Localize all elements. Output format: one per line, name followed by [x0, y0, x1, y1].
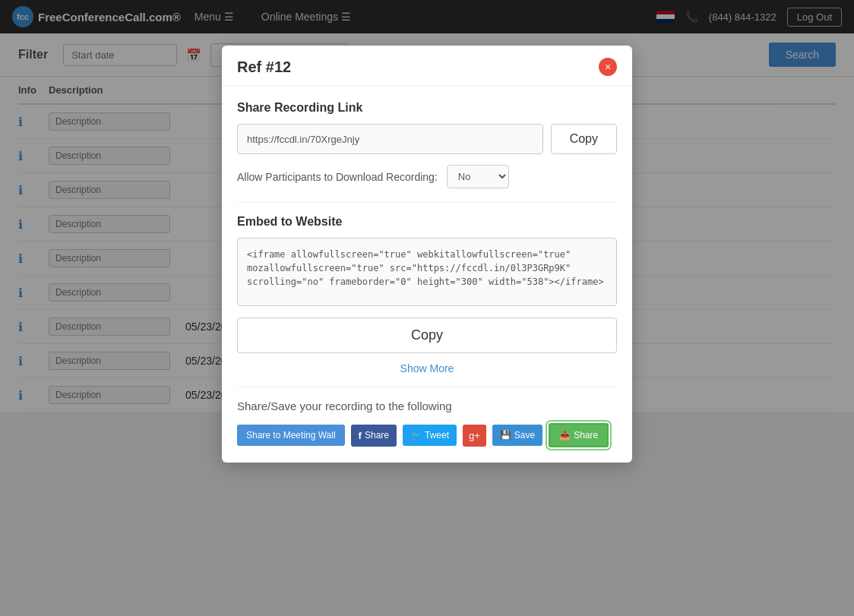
allow-download-row: Allow Participants to Download Recording…: [237, 165, 617, 188]
share-link-row: Copy: [237, 124, 617, 154]
modal-close-button[interactable]: ×: [599, 58, 617, 76]
modal-body: Share Recording Link Copy Allow Particip…: [222, 86, 632, 412]
modal-header: Ref #12 ×: [222, 46, 632, 86]
share-save-label: Share/Save your recording to the followi…: [237, 400, 617, 412]
divider2: [237, 387, 617, 387]
divider: [237, 202, 617, 203]
allow-download-select[interactable]: No Yes: [447, 165, 509, 188]
share-recording-label: Share Recording Link: [237, 101, 617, 115]
modal-overlay: Ref #12 × Share Recording Link Copy Allo…: [0, 0, 854, 412]
copy-link-button[interactable]: Copy: [551, 124, 617, 154]
embed-code-textarea[interactable]: <iframe allowfullscreen="true" webkitall…: [237, 238, 617, 306]
embed-section-label: Embed to Website: [237, 215, 617, 229]
allow-download-label: Allow Participants to Download Recording…: [237, 171, 438, 183]
show-more-link[interactable]: Show More: [237, 362, 617, 374]
copy-embed-button[interactable]: Copy: [237, 317, 617, 353]
modal: Ref #12 × Share Recording Link Copy Allo…: [222, 46, 632, 412]
modal-title: Ref #12: [237, 58, 291, 76]
share-link-input[interactable]: [237, 124, 543, 154]
